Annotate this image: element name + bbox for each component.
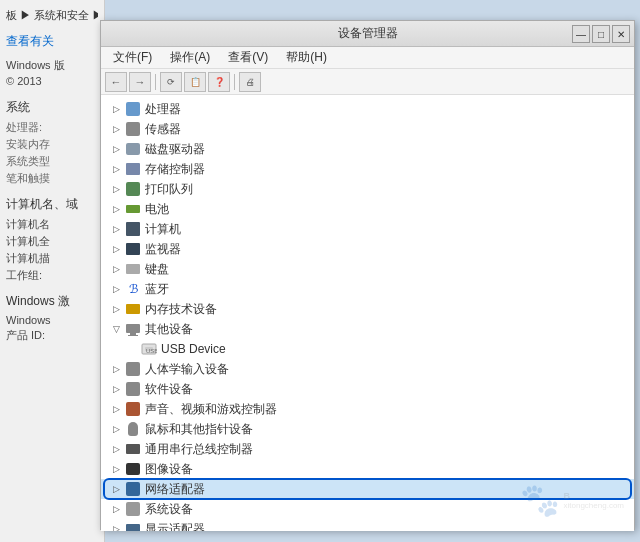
tree-item-sound[interactable]: ▷ 声音、视频和游戏控制器 (101, 399, 634, 419)
expand-battery[interactable]: ▷ (109, 202, 123, 216)
tree-item-computer[interactable]: ▷ 计算机 (101, 219, 634, 239)
print-icon (125, 181, 141, 197)
svg-rect-1 (130, 333, 136, 335)
expand-processor[interactable]: ▷ (109, 102, 123, 116)
tree-item-imaging[interactable]: ▷ 图像设备 (101, 459, 634, 479)
menu-view[interactable]: 查看(V) (220, 47, 276, 68)
item-workgroup: 工作组: (6, 268, 98, 283)
tree-item-network[interactable]: ▷ 网络适配器 (101, 479, 634, 499)
expand-sensor[interactable]: ▷ (109, 122, 123, 136)
item-pen: 笔和触摸 (6, 171, 98, 186)
sensor-icon (125, 121, 141, 137)
back-button[interactable]: ← (105, 72, 127, 92)
sensor-label: 传感器 (145, 121, 181, 138)
menu-help[interactable]: 帮助(H) (278, 47, 335, 68)
toolbar-separator-2 (234, 74, 235, 90)
extra-button[interactable]: 🖨 (239, 72, 261, 92)
section-computer: 计算机名、域 (6, 196, 98, 213)
tree-item-battery[interactable]: ▷ 电池 (101, 199, 634, 219)
memory-icon (125, 301, 141, 317)
other-label: 其他设备 (145, 321, 193, 338)
tree-item-memory[interactable]: ▷ 内存技术设备 (101, 299, 634, 319)
tree-item-keyboard[interactable]: ▷ 键盘 (101, 259, 634, 279)
expand-disk[interactable]: ▷ (109, 142, 123, 156)
properties-button[interactable]: 📋 (184, 72, 206, 92)
expand-storage[interactable]: ▷ (109, 162, 123, 176)
item-processor: 处理器: (6, 120, 98, 135)
bluetooth-label: 蓝牙 (145, 281, 169, 298)
tree-item-bluetooth[interactable]: ▷ ℬ 蓝牙 (101, 279, 634, 299)
expand-software[interactable]: ▷ (109, 382, 123, 396)
expand-memory[interactable]: ▷ (109, 302, 123, 316)
minimize-button[interactable]: — (572, 25, 590, 43)
window-titlebar: 设备管理器 — □ ✕ (101, 21, 634, 47)
forward-button[interactable]: → (129, 72, 151, 92)
window-controls[interactable]: — □ ✕ (572, 25, 630, 43)
expand-mouse[interactable]: ▷ (109, 422, 123, 436)
tree-item-disk[interactable]: ▷ 磁盘驱动器 (101, 139, 634, 159)
system-label: 系统设备 (145, 501, 193, 518)
item-compname: 计算机名 (6, 217, 98, 232)
expand-system[interactable]: ▷ (109, 502, 123, 516)
tree-item-print[interactable]: ▷ 打印队列 (101, 179, 634, 199)
expand-bluetooth[interactable]: ▷ (109, 282, 123, 296)
svg-text:USB: USB (146, 348, 157, 354)
monitor-label: 监视器 (145, 241, 181, 258)
tree-item-mouse[interactable]: ▷ 鼠标和其他指针设备 (101, 419, 634, 439)
menu-file[interactable]: 文件(F) (105, 47, 160, 68)
expand-imaging[interactable]: ▷ (109, 462, 123, 476)
tree-item-monitor[interactable]: ▷ 监视器 (101, 239, 634, 259)
display-label: 显示适配器 (145, 521, 205, 532)
keyboard-icon (125, 261, 141, 277)
maximize-button[interactable]: □ (592, 25, 610, 43)
usb-controller-label: 通用串行总线控制器 (145, 441, 253, 458)
sound-label: 声音、视频和游戏控制器 (145, 401, 277, 418)
section-system: 系统 (6, 99, 98, 116)
expand-other[interactable]: ▽ (109, 322, 123, 336)
item-productid: 产品 ID: (6, 328, 98, 343)
breadcrumb: 板 ▶ 系统和安全 ▶ 系统 (6, 8, 98, 23)
expand-keyboard[interactable]: ▷ (109, 262, 123, 276)
expand-display[interactable]: ▷ (109, 522, 123, 531)
expand-computer[interactable]: ▷ (109, 222, 123, 236)
tree-item-system[interactable]: ▷ 系统设备 (101, 499, 634, 519)
expand-sound[interactable]: ▷ (109, 402, 123, 416)
expand-print[interactable]: ▷ (109, 182, 123, 196)
system-icon (125, 501, 141, 517)
menu-action[interactable]: 操作(A) (162, 47, 218, 68)
memory-label: 内存技术设备 (145, 301, 217, 318)
tree-item-processor[interactable]: ▷ 处理器 (101, 99, 634, 119)
tree-item-hid[interactable]: ▷ 人体学输入设备 (101, 359, 634, 379)
bluetooth-icon: ℬ (125, 281, 141, 297)
keyboard-label: 键盘 (145, 261, 169, 278)
close-button[interactable]: ✕ (612, 25, 630, 43)
left-panel: 板 ▶ 系统和安全 ▶ 系统 查看有关 Windows 版 © 2013 系统 … (0, 0, 105, 542)
other-icon (125, 321, 141, 337)
nav-link[interactable]: 查看有关 (6, 33, 98, 50)
tree-item-display[interactable]: ▷ 显示适配器 (101, 519, 634, 531)
tree-item-sensor[interactable]: ▷ 传感器 (101, 119, 634, 139)
hid-icon (125, 361, 141, 377)
refresh-button[interactable]: ⟳ (160, 72, 182, 92)
computer-label: 计算机 (145, 221, 181, 238)
disk-label: 磁盘驱动器 (145, 141, 205, 158)
item-compdesc: 计算机描 (6, 251, 98, 266)
tree-item-usb[interactable]: ▷ USB USB Device (101, 339, 634, 359)
expand-usb-controller[interactable]: ▷ (109, 442, 123, 456)
storage-icon (125, 161, 141, 177)
print-label: 打印队列 (145, 181, 193, 198)
expand-monitor[interactable]: ▷ (109, 242, 123, 256)
tree-item-storage[interactable]: ▷ 存储控制器 (101, 159, 634, 179)
expand-network[interactable]: ▷ (109, 482, 123, 496)
tree-item-other[interactable]: ▽ 其他设备 (101, 319, 634, 339)
network-icon (125, 481, 141, 497)
tree-item-software[interactable]: ▷ 软件设备 (101, 379, 634, 399)
software-icon (125, 381, 141, 397)
device-tree[interactable]: ▷ 处理器 ▷ 传感器 ▷ 磁盘驱动器 ▷ 存储控制器 ▷ (101, 95, 634, 531)
expand-hid[interactable]: ▷ (109, 362, 123, 376)
tree-item-usb-controller[interactable]: ▷ 通用串行总线控制器 (101, 439, 634, 459)
mouse-label: 鼠标和其他指针设备 (145, 421, 253, 438)
windows-label: Windows 版 (6, 58, 98, 73)
monitor-icon (125, 241, 141, 257)
help-button[interactable]: ❓ (208, 72, 230, 92)
